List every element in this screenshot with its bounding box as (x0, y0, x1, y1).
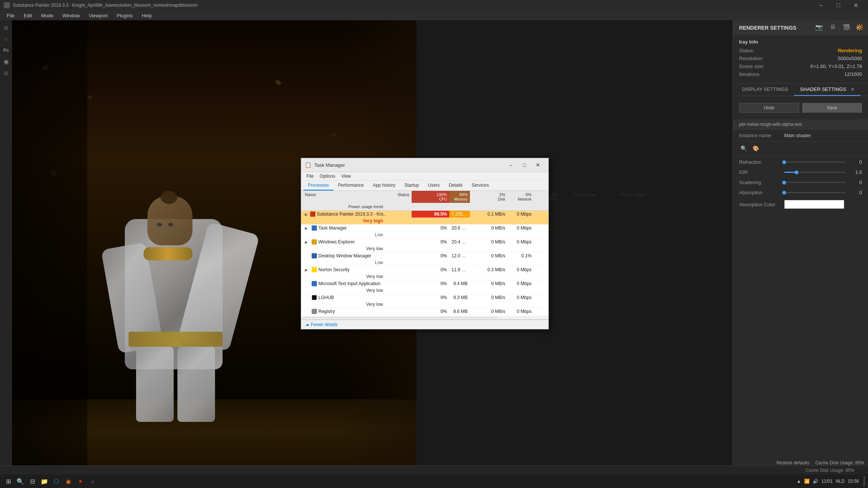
table-row[interactable]: ▶ Task Manager 0% 20.6 MB 0 MB/s 0 Mbps … (301, 225, 548, 239)
menu-item-file[interactable]: File (3, 12, 18, 19)
expand-arrow[interactable]: ▶ (305, 240, 309, 244)
fewer-details-button[interactable]: Fewer details (306, 322, 338, 327)
undo-button[interactable]: Undo (739, 103, 799, 113)
tab-shader-settings[interactable]: SHADER SETTINGS ✕ (794, 83, 860, 96)
task-view-button[interactable]: ⊟ (27, 476, 38, 486)
absorption-slider[interactable]: 0 (784, 190, 862, 195)
table-row[interactable]: ▶ Substance Painter 2019.3.3 - Kni... 99… (301, 211, 548, 225)
tm-minimize-button[interactable]: – (504, 160, 518, 169)
proc-memory: 11.8 MB (449, 266, 470, 273)
shader-name: pbr-metal-rough-with-alpha-test (739, 122, 802, 127)
zoom-icon[interactable]: 🔍 (739, 144, 748, 153)
window-controls: – □ ✕ (812, 0, 864, 11)
render-icon[interactable]: 🔆 (854, 22, 865, 32)
restore-defaults-button[interactable]: Restore defaults (777, 460, 809, 465)
scattering-slider[interactable]: 0 (784, 180, 862, 185)
proc-disk: 0.1 MB/s (470, 211, 507, 218)
tm-tab-processes[interactable]: Processes (303, 181, 333, 190)
tab-close-icon[interactable]: ✕ (851, 87, 854, 92)
proc-name: ▶ LGHUB (303, 294, 385, 301)
edge-browser-taskbar[interactable]: ⬡ (51, 476, 62, 486)
col-status[interactable]: Status (385, 191, 412, 203)
iterations-value: 12/1000 (844, 71, 862, 77)
col-gpu[interactable]: 0%GPU (534, 191, 560, 203)
col-disk[interactable]: 2%Disk (470, 191, 507, 203)
minimize-button[interactable]: – (812, 0, 830, 11)
sidebar-icon-textures[interactable]: ▣ (2, 57, 11, 66)
tm-tab-performance[interactable]: Performance (333, 181, 368, 190)
tm-tab-services[interactable]: Services (467, 181, 494, 190)
status-row: Status: Rendering (739, 48, 862, 53)
menu-item-edit[interactable]: Edit (20, 12, 36, 19)
proc-cpu: 0% (412, 294, 449, 301)
menu-item-mode[interactable]: Mode (37, 12, 57, 19)
absorption-color-swatch[interactable] (784, 200, 844, 209)
proc-power-trend: Very high (303, 218, 385, 224)
file-explorer-taskbar[interactable]: 📁 (39, 476, 50, 486)
sidebar-icon-layers[interactable]: ⊙ (2, 23, 11, 32)
camera-icon[interactable]: 📷 (814, 22, 824, 32)
table-row[interactable]: ▶ Microsoft Text Input Application 0% 9.… (301, 280, 548, 294)
close-button[interactable]: ✕ (847, 0, 864, 11)
shader-name-row: pbr-metal-rough-with-alpha-test (733, 119, 868, 130)
tab-display-settings[interactable]: DISPLAY SETTINGS (736, 83, 794, 96)
app2-taskbar[interactable]: ◆ (87, 476, 98, 486)
tm-menu-options[interactable]: Options (317, 173, 338, 180)
tm-close-button[interactable]: ✕ (531, 160, 545, 169)
refraction-slider[interactable]: 0 (784, 159, 862, 165)
table-row[interactable]: ▶ Registry 0% 8.6 MB 0 MB/s 0 Mbps 0% Ve… (301, 308, 548, 316)
menu-item-plugins[interactable]: Plugins (113, 12, 136, 19)
ior-thumb[interactable] (795, 171, 798, 174)
instance-name-value: Main shader (784, 133, 811, 138)
table-row[interactable]: ▶ Desktop Window Manager 0% 12.0 MB 0 MB… (301, 252, 548, 266)
proc-icon (312, 281, 317, 286)
search-button[interactable]: 🔍 (15, 476, 26, 486)
sidebar-icon-materials[interactable]: ○ (2, 35, 11, 44)
sidebar-icon-effects[interactable]: ◎ (2, 68, 11, 77)
refraction-value: 0 (849, 159, 862, 165)
triangle-up-icon (306, 324, 309, 326)
ior-slider[interactable]: 1.5 (784, 169, 862, 175)
tm-menu-file[interactable]: File (303, 173, 317, 180)
show-desktop-button[interactable] (863, 476, 865, 486)
col-power[interactable]: Power usage (598, 191, 647, 203)
paint-icon[interactable]: 🎨 (751, 144, 760, 153)
video-icon[interactable]: 🎬 (841, 22, 851, 32)
display-icon[interactable]: 🖥 (827, 22, 838, 32)
tm-menu-view[interactable]: View (338, 173, 354, 180)
start-button[interactable]: ⊞ (3, 476, 14, 486)
tm-tab-details[interactable]: Details (444, 181, 467, 190)
maximize-button[interactable]: □ (830, 0, 847, 11)
tm-maximize-button[interactable]: □ (518, 160, 531, 169)
col-network[interactable]: 0%Network (507, 191, 534, 203)
shader-sliders: Refraction 0 IOR 1.5 Scattering (733, 156, 868, 217)
menu-item-window[interactable]: Window (59, 12, 83, 19)
col-name[interactable]: Name (303, 191, 385, 203)
proc-icon (312, 225, 317, 231)
table-row[interactable]: ▶ Windows Explorer 0% 20.4 MB 0 MB/s 0 M… (301, 239, 548, 252)
refraction-thumb[interactable] (782, 160, 786, 164)
tm-tab-users[interactable]: Users (423, 181, 444, 190)
tm-tab-app-history[interactable]: App history (368, 181, 400, 190)
proc-name: ▶ Substance Painter 2019.3.3 - Kni... (303, 211, 385, 218)
tray-expand-icon[interactable]: ▲ (797, 479, 801, 484)
save-button[interactable]: Save (802, 103, 862, 113)
expand-arrow[interactable]: ▶ (305, 226, 309, 230)
app1-taskbar[interactable]: ● (75, 476, 86, 486)
table-row[interactable]: ▶ LGHUB 0% 9.3 MB 0 MB/s 0 Mbps 0% Very … (301, 294, 548, 308)
col-gpu-engine[interactable]: GPU engine (560, 191, 598, 203)
col-memory[interactable]: 84%Memory (449, 191, 470, 203)
tm-tab-startup[interactable]: Startup (400, 181, 424, 190)
absorption-thumb[interactable] (782, 191, 786, 195)
menu-item-help[interactable]: Help (138, 12, 156, 19)
sidebar-icon-ps[interactable]: Ps (2, 46, 11, 55)
expand-arrow[interactable]: ▶ (305, 268, 309, 272)
table-row[interactable]: ▶ Norton Security 0% 11.8 MB 0.3 MB/s 0 … (301, 266, 548, 280)
scattering-thumb[interactable] (782, 181, 786, 184)
menu-item-viewport[interactable]: Viewport (85, 12, 111, 19)
col-power-trend[interactable]: Power usage trend (303, 203, 385, 210)
col-cpu[interactable]: 100%CPU (412, 191, 449, 203)
proc-cpu: 99.5% (412, 211, 449, 218)
firefox-taskbar[interactable]: ◉ (63, 476, 74, 486)
expand-arrow[interactable]: ▶ (305, 212, 308, 216)
